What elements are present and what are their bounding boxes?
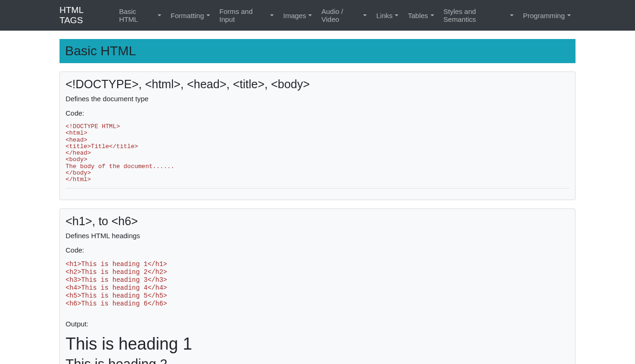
page-title-banner: Basic HTML <box>60 39 575 63</box>
divider <box>66 188 569 188</box>
nav-item-audio-video[interactable]: Audio / Video <box>317 4 371 27</box>
chevron-down-icon <box>308 14 312 16</box>
code-label: Code: <box>66 246 569 254</box>
nav-item-label: Audio / Video <box>321 7 361 23</box>
nav-item-label: Forms and Input <box>219 7 268 23</box>
chevron-down-icon <box>430 14 434 16</box>
nav-item-programming[interactable]: Programming <box>518 8 575 23</box>
nav-item-label: Formatting <box>171 12 204 20</box>
nav-item-basic-html[interactable]: Basic HTML <box>114 4 166 27</box>
navbar: HTML TAGS Basic HTML Formatting Forms an… <box>0 0 635 31</box>
chevron-down-icon <box>158 14 161 16</box>
chevron-down-icon <box>567 14 571 16</box>
card-description: Defines the document type <box>66 95 569 103</box>
chevron-down-icon <box>510 14 514 16</box>
chevron-down-icon <box>363 14 367 16</box>
card-heading: <!DOCTYPE>, <html>, <head>, <title>, <bo… <box>66 78 569 91</box>
code-label: Code: <box>66 109 569 117</box>
card-headings: <h1>, to <h6> Defines HTML headings Code… <box>60 208 575 364</box>
nav-item-label: Links <box>376 12 392 20</box>
chevron-down-icon <box>270 14 274 16</box>
code-block: <!DOCTYPE HTML> <html> <head> <title>Tit… <box>66 124 569 183</box>
page-title: Basic HTML <box>65 44 570 58</box>
nav-item-links[interactable]: Links <box>371 8 403 23</box>
card-description: Defines HTML headings <box>66 232 569 240</box>
nav-item-styles-and-semantics[interactable]: Styles and Semantics <box>439 4 518 27</box>
nav-item-label: Images <box>283 12 306 20</box>
card-doctype: <!DOCTYPE>, <html>, <head>, <title>, <bo… <box>60 72 575 200</box>
nav-item-forms-and-input[interactable]: Forms and Input <box>215 4 278 27</box>
nav-item-images[interactable]: Images <box>278 8 317 23</box>
code-block: <h1>This is heading 1</h1> <h2>This is h… <box>66 260 569 308</box>
nav-item-label: Programming <box>523 12 565 20</box>
nav-item-label: Basic HTML <box>119 7 155 23</box>
nav-item-label: Styles and Semantics <box>443 7 508 23</box>
output-heading-1: This is heading 1 <box>66 334 569 354</box>
chevron-down-icon <box>395 14 398 16</box>
nav-item-tables[interactable]: Tables <box>403 8 438 23</box>
output-label: Output: <box>66 320 569 328</box>
nav-item-label: Tables <box>408 12 428 20</box>
nav-item-formatting[interactable]: Formatting <box>166 8 215 23</box>
navbar-brand[interactable]: HTML TAGS <box>60 5 107 26</box>
chevron-down-icon <box>206 14 210 16</box>
card-heading: <h1>, to <h6> <box>66 214 569 228</box>
output-heading-2: This is heading 2 <box>66 357 569 364</box>
